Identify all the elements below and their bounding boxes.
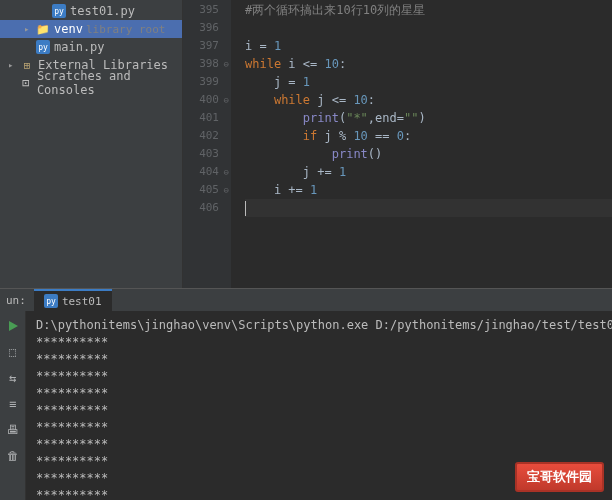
- code-content[interactable]: #两个循环搞出来10行10列的星星i = 1while i <= 10: j =…: [231, 0, 612, 288]
- code-line[interactable]: [245, 199, 612, 217]
- line-number: 396: [183, 19, 219, 37]
- text-caret: [245, 201, 246, 216]
- code-line[interactable]: i = 1: [245, 37, 612, 55]
- svg-marker-2: [9, 321, 18, 331]
- tree-item-label: Scratches and Consoles: [37, 69, 178, 97]
- line-number: 398⊖: [183, 55, 219, 73]
- fold-icon[interactable]: ⊖: [224, 91, 229, 109]
- line-number: 405⊖: [183, 181, 219, 199]
- code-line[interactable]: i += 1: [245, 181, 612, 199]
- tree-item-main-py[interactable]: pymain.py: [0, 38, 182, 56]
- code-line[interactable]: #两个循环搞出来10行10列的星星: [245, 1, 612, 19]
- layout-button[interactable]: ⇆: [4, 369, 22, 387]
- chevron-icon: ▸: [8, 60, 18, 70]
- line-number: 400⊖: [183, 91, 219, 109]
- line-number: 397: [183, 37, 219, 55]
- python-file-icon: py: [36, 40, 50, 54]
- code-line[interactable]: while i <= 10:: [245, 55, 612, 73]
- rerun-button[interactable]: [4, 317, 22, 335]
- tree-item-scratches-and-consoles[interactable]: ⊡Scratches and Consoles: [0, 74, 182, 92]
- folder-icon: 📁: [36, 22, 50, 36]
- line-number: 399: [183, 73, 219, 91]
- tree-item-venv[interactable]: ▸📁venvlibrary root: [0, 20, 182, 38]
- python-file-icon: py: [44, 294, 58, 308]
- clear-button[interactable]: ≡: [4, 395, 22, 413]
- tree-item-suffix: library root: [86, 23, 165, 36]
- watermark-badge: 宝哥软件园: [515, 462, 604, 492]
- line-gutter: 395396397398⊖399400⊖401402403404⊖405⊖406: [183, 0, 231, 288]
- line-number: 404⊖: [183, 163, 219, 181]
- tree-item-test01-py[interactable]: pytest01.py: [0, 2, 182, 20]
- code-line[interactable]: while j <= 10:: [245, 91, 612, 109]
- delete-button[interactable]: 🗑: [4, 447, 22, 465]
- run-label: un:: [6, 294, 26, 307]
- run-tab-label: test01: [62, 295, 102, 308]
- line-number: 403: [183, 145, 219, 163]
- print-button[interactable]: 🖶: [4, 421, 22, 439]
- chevron-icon: ▸: [24, 24, 34, 34]
- project-tree[interactable]: pytest01.py▸📁venvlibrary rootpymain.py▸⊞…: [0, 0, 183, 288]
- code-line[interactable]: print(): [245, 145, 612, 163]
- python-file-icon: py: [52, 4, 66, 18]
- line-number: 402: [183, 127, 219, 145]
- scratch-icon: ⊡: [19, 76, 33, 90]
- library-icon: ⊞: [20, 58, 34, 72]
- fold-icon[interactable]: ⊖: [224, 181, 229, 199]
- code-line[interactable]: j += 1: [245, 163, 612, 181]
- fold-icon[interactable]: ⊖: [224, 163, 229, 181]
- code-editor[interactable]: 395396397398⊖399400⊖401402403404⊖405⊖406…: [183, 0, 612, 288]
- code-line[interactable]: print("*",end=""): [245, 109, 612, 127]
- run-tab-active[interactable]: py test01: [34, 289, 112, 311]
- stop-button[interactable]: ⬚: [4, 343, 22, 361]
- svg-text:py: py: [46, 297, 56, 306]
- code-line[interactable]: if j % 10 == 0:: [245, 127, 612, 145]
- line-number: 395: [183, 1, 219, 19]
- tree-item-label: main.py: [54, 40, 105, 54]
- line-number: 406: [183, 199, 219, 217]
- code-line[interactable]: j = 1: [245, 73, 612, 91]
- code-line[interactable]: [245, 19, 612, 37]
- tree-item-label: test01.py: [70, 4, 135, 18]
- run-toolbar: ⬚ ⇆ ≡ 🖶 🗑: [0, 311, 26, 500]
- tree-item-label: venv: [54, 22, 83, 36]
- fold-icon[interactable]: ⊖: [224, 55, 229, 73]
- line-number: 401: [183, 109, 219, 127]
- run-tabs-bar: un: py test01: [0, 289, 612, 311]
